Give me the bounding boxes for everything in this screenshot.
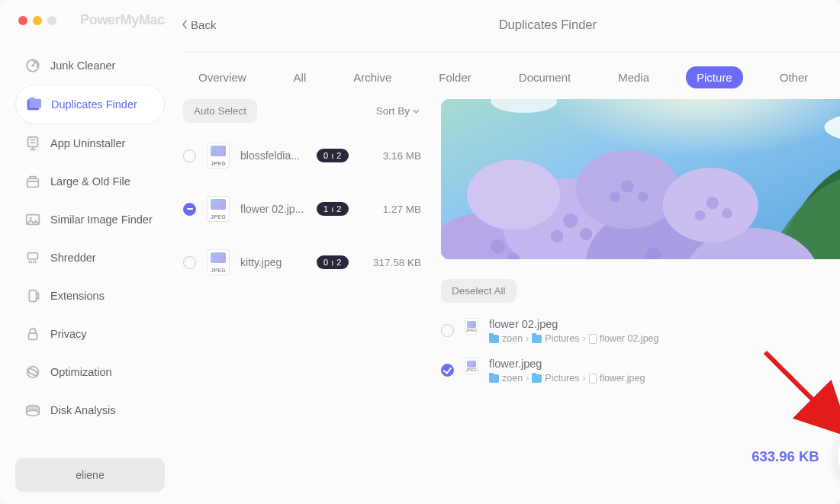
sidebar-item-privacy[interactable]: Privacy — [15, 315, 165, 353]
nav-icon — [24, 135, 41, 152]
sidebar-item-extensions[interactable]: Extensions — [15, 277, 165, 315]
window-maximize[interactable] — [47, 16, 56, 25]
group-checkbox[interactable] — [183, 203, 196, 216]
group-checkbox[interactable] — [183, 256, 196, 269]
app-name: PowerMyMac — [80, 12, 165, 28]
tab-all[interactable]: All — [283, 66, 317, 88]
details-column: Deselect All Sort By JPEGflower 02.jpegz… — [441, 99, 840, 504]
file-icon — [589, 334, 597, 344]
svg-point-38 — [621, 180, 633, 192]
file-icon — [589, 374, 597, 384]
detail-thumb: JPEG — [465, 358, 478, 374]
file-size: 317.58 KB — [373, 257, 426, 268]
page-title: Duplicates Finder — [172, 18, 840, 32]
nav-icon — [24, 364, 41, 380]
sidebar-item-duplicates-finder[interactable]: Duplicates Finder — [15, 85, 165, 124]
svg-point-10 — [30, 217, 32, 220]
tabs: OverviewAllArchiveFolderDocumentMediaPic… — [172, 53, 840, 99]
tab-document[interactable]: Document — [508, 66, 581, 88]
folder-icon — [532, 374, 542, 383]
nav-label: Large & Old File — [50, 175, 130, 188]
sort-by-groups[interactable]: Sort By — [376, 105, 420, 117]
svg-rect-8 — [27, 178, 39, 187]
window-minimize[interactable] — [33, 16, 42, 25]
file-name: blossfeldia... — [240, 149, 306, 162]
file-groups-column: Auto Select Sort By JPEGblossfeldia...0 … — [183, 99, 426, 504]
nav-icon — [24, 326, 41, 342]
file-thumb: JPEG — [207, 143, 230, 169]
nav-icon — [24, 402, 41, 419]
sidebar: PowerMyMac Junk CleanerDuplicates Finder… — [0, 0, 172, 504]
nav-label: Similar Image Finder — [50, 213, 153, 226]
detail-thumb: JPEG — [465, 318, 478, 335]
dup-count-badge: 1 ı 2 — [317, 202, 349, 216]
folder-icon — [532, 335, 542, 343]
header: Back Duplicates Finder ? — [172, 6, 840, 43]
sidebar-nav: Junk CleanerDuplicates FinderApp Uninsta… — [15, 47, 165, 458]
sidebar-item-optimization[interactable]: Optimization — [15, 353, 165, 391]
nav-icon — [24, 287, 41, 304]
auto-select-button[interactable]: Auto Select — [183, 99, 257, 123]
group-checkbox[interactable] — [183, 149, 196, 162]
file-size: 1.27 MB — [383, 204, 426, 215]
sidebar-item-disk-analysis[interactable]: Disk Analysis — [15, 391, 165, 429]
preview-image — [441, 99, 840, 259]
file-name: kitty.jpeg — [240, 256, 306, 268]
svg-rect-12 — [29, 291, 36, 302]
tab-picture[interactable]: Picture — [686, 66, 743, 88]
svg-point-39 — [638, 191, 649, 202]
nav-label: Duplicates Finder — [51, 98, 137, 111]
detail-filename: flower 02.jpeg — [489, 318, 829, 330]
back-button[interactable]: Back — [172, 18, 216, 31]
nav-label: App Uninstaller — [50, 137, 125, 149]
window-close[interactable] — [18, 16, 27, 25]
nav-label: Junk Cleaner — [50, 59, 115, 72]
svg-point-42 — [722, 208, 732, 219]
detail-checkbox[interactable] — [441, 364, 454, 377]
detail-filename: flower.jpeg — [489, 358, 829, 370]
sidebar-item-similar-image-finder[interactable]: Similar Image Finder — [15, 201, 165, 239]
detail-row[interactable]: JPEGflower 02.jpegzoen›Pictures›flower 0… — [441, 316, 840, 345]
tab-media[interactable]: Media — [607, 66, 660, 88]
detail-list: JPEGflower 02.jpegzoen›Pictures›flower 0… — [441, 316, 840, 385]
svg-point-17 — [27, 406, 40, 411]
file-thumb: JPEG — [207, 249, 230, 275]
svg-point-33 — [580, 228, 592, 240]
svg-rect-13 — [29, 333, 37, 339]
main: Back Duplicates Finder ? OverviewAllArch… — [172, 0, 840, 504]
detail-path: zoen›Pictures›flower.jpeg — [489, 373, 829, 384]
svg-point-34 — [551, 230, 563, 242]
nav-label: Disk Analysis — [50, 404, 115, 416]
clean-button[interactable]: CLEAN — [838, 422, 840, 492]
tab-other[interactable]: Other — [769, 66, 819, 88]
nav-icon — [24, 211, 41, 228]
titlebar: PowerMyMac — [15, 12, 165, 28]
dup-count-badge: 0 ı 2 — [317, 255, 349, 269]
back-label: Back — [191, 18, 216, 31]
svg-rect-11 — [28, 253, 38, 259]
nav-icon — [24, 57, 41, 74]
sidebar-item-shredder[interactable]: Shredder — [15, 239, 165, 277]
file-group-row[interactable]: JPEGblossfeldia...0 ı 23.16 MB — [183, 143, 426, 169]
nav-label: Optimization — [50, 366, 112, 378]
file-group-row[interactable]: JPEGflower 02.jp...1 ı 21.27 MB — [183, 196, 426, 222]
deselect-all-button[interactable]: Deselect All — [441, 279, 517, 303]
file-group-row[interactable]: JPEGkitty.jpeg0 ı 2317.58 KB — [183, 249, 426, 275]
svg-point-29 — [491, 239, 505, 254]
sidebar-item-app-uninstaller[interactable]: App Uninstaller — [15, 124, 165, 162]
tab-folder[interactable]: Folder — [428, 66, 482, 88]
detail-checkbox[interactable] — [441, 324, 454, 337]
folder-icon — [489, 335, 499, 343]
folder-icon — [489, 374, 499, 383]
sidebar-item-junk-cleaner[interactable]: Junk Cleaner — [15, 47, 165, 85]
tab-archive[interactable]: Archive — [343, 66, 402, 88]
detail-row[interactable]: JPEGflower.jpegzoen›Pictures›flower.jpeg… — [441, 356, 840, 385]
nav-label: Shredder — [50, 252, 96, 264]
sidebar-item-large-old-file[interactable]: Large & Old File — [15, 162, 165, 201]
user-pill[interactable]: eliene — [15, 458, 165, 492]
tab-overview[interactable]: Overview — [188, 66, 257, 88]
svg-rect-7 — [28, 137, 38, 147]
svg-point-26 — [467, 159, 560, 230]
nav-label: Extensions — [50, 290, 105, 302]
svg-line-2 — [33, 63, 35, 66]
